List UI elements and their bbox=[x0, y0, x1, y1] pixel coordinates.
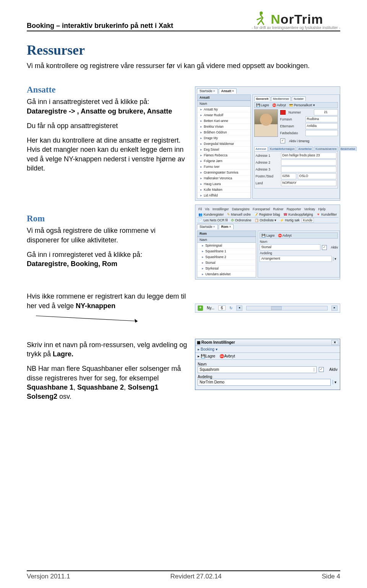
menu-item[interactable]: Fil bbox=[198, 207, 202, 211]
menu-item[interactable]: Hjelp bbox=[318, 207, 325, 211]
tab-startside[interactable]: Startside× bbox=[197, 88, 218, 94]
list-item[interactable]: ▸Folgerø Jørn bbox=[197, 158, 250, 164]
save-button[interactable]: 💾 Lagre bbox=[256, 103, 269, 107]
chevron-right-icon: ▸ bbox=[200, 171, 202, 174]
tab-ansatt[interactable]: Ansatt× bbox=[219, 88, 237, 94]
stop-icon: ⛔ bbox=[272, 103, 276, 107]
list-item[interactable]: ▸Halleraker Veronica bbox=[197, 175, 250, 181]
add-icon[interactable]: + bbox=[198, 305, 203, 311]
menu-item[interactable]: Forespørsel bbox=[253, 207, 270, 211]
address-tab[interactable]: Beskrivelse bbox=[339, 146, 357, 151]
scrollbar[interactable] bbox=[246, 306, 328, 310]
chevron-down-icon[interactable]: ▾ bbox=[333, 380, 338, 384]
column-header-navn[interactable]: Navn bbox=[197, 237, 256, 243]
postnr-field[interactable]: 0256 bbox=[281, 173, 296, 179]
list-item[interactable]: ▸Flønes Rebecca bbox=[197, 153, 250, 158]
aktiv-checkbox[interactable]: ✓ bbox=[280, 138, 285, 143]
list-item[interactable]: ▸Drage My bbox=[197, 135, 250, 141]
nummer-field[interactable]: 21 bbox=[314, 109, 338, 115]
list-item[interactable]: ▸Eeg Sissel bbox=[197, 147, 250, 153]
gear-icon: ⚙ bbox=[231, 218, 234, 222]
etternavn-field[interactable]: Anlidia bbox=[305, 123, 338, 129]
cmd-kundeoppfolging[interactable]: ☎ Kundeoppfølging bbox=[283, 213, 313, 216]
subtab-generelt[interactable]: Generelt bbox=[254, 96, 270, 101]
list-item[interactable]: ▸Formo Iver bbox=[197, 164, 250, 170]
menu-item[interactable]: Rapporter bbox=[287, 207, 301, 211]
save-button[interactable]: 💾 Lagre bbox=[201, 354, 215, 358]
personalkort-button[interactable]: 💳 Personalkort ▾ bbox=[289, 103, 315, 107]
aktiv-checkbox[interactable]: ✓ bbox=[319, 367, 324, 372]
list-item[interactable]: ▸Squashbane 2 bbox=[197, 254, 256, 260]
adresse1-field[interactable]: Den hellige freds plass 23 bbox=[281, 153, 336, 159]
close-icon[interactable]: × bbox=[229, 225, 231, 229]
address-tab[interactable]: Kostnadsbærere bbox=[314, 146, 338, 151]
address-tab[interactable]: Adresse bbox=[254, 146, 268, 151]
tab-rom[interactable]: Rom× bbox=[219, 224, 234, 229]
fornavn-field[interactable]: Rudbina bbox=[305, 116, 338, 122]
cmd-hurtigsok[interactable]: ⚡ Hurtig søk Kunde bbox=[280, 218, 314, 222]
hurtigsok-field[interactable]: Kunde bbox=[302, 218, 314, 223]
list-item[interactable]: ▸Haug Laura bbox=[197, 181, 250, 187]
subtab-notater[interactable]: Notater bbox=[292, 96, 305, 101]
column-header-navn[interactable]: Navn bbox=[197, 101, 250, 107]
avdeling-select[interactable]: Arrangement bbox=[260, 256, 332, 262]
scroll-left-icon[interactable]: ◂ bbox=[236, 305, 242, 311]
aktiv-checkbox[interactable]: ✓ bbox=[322, 245, 327, 250]
list-item[interactable]: ▸Bråthen Oddrun bbox=[197, 130, 250, 135]
cmd-kunderegister[interactable]: 👥 Kunderegister bbox=[198, 213, 224, 216]
chevron-right-icon: ▸ bbox=[200, 176, 202, 180]
save-button[interactable]: 💾 Lagre bbox=[261, 234, 274, 237]
rom-navn-field[interactable]: Storsal bbox=[260, 244, 320, 250]
menu-item[interactable]: Vis bbox=[205, 207, 209, 211]
refresh-icon[interactable]: ↻ bbox=[229, 306, 232, 310]
scroll-right-icon[interactable]: ▸ bbox=[331, 305, 338, 311]
adresse2-field[interactable] bbox=[281, 159, 336, 166]
close-icon[interactable]: × bbox=[232, 89, 234, 93]
list-item[interactable]: ▸Storsal bbox=[197, 260, 256, 266]
address-tab[interactable]: Kontaktinformasjon bbox=[268, 146, 296, 151]
cancel-button[interactable]: ⛔ Avbryt bbox=[278, 234, 292, 237]
rom-navn-field[interactable]: Squashrom| bbox=[198, 366, 317, 373]
cmd-ordreliste[interactable]: 📋 Ordreliste ▾ bbox=[255, 218, 277, 222]
list-item[interactable]: ▸Ansatt Ny bbox=[197, 107, 250, 112]
list-item[interactable]: ▸Utendørs aktivitet bbox=[197, 271, 256, 277]
list-item[interactable]: ▸Spinningsal bbox=[197, 243, 256, 249]
label-aktiv-timereg: Aktiv i timereg bbox=[289, 139, 309, 143]
list-item[interactable]: ▸Styrkesal bbox=[197, 266, 256, 271]
close-icon[interactable]: × bbox=[213, 225, 215, 229]
menu-item[interactable]: Rutiner bbox=[273, 207, 283, 211]
chevron-right-icon: ▸ bbox=[200, 159, 202, 163]
tab-startside[interactable]: Startside× bbox=[197, 224, 218, 229]
list-item[interactable]: ▸Lid Alfhild bbox=[197, 193, 250, 198]
adresse3-field[interactable] bbox=[281, 166, 336, 172]
list-item[interactable]: ▸Kolle Maiken bbox=[197, 187, 250, 193]
menu-item[interactable]: Verktøy bbox=[304, 207, 315, 211]
avdeling-select[interactable]: NorTrim Demo bbox=[198, 379, 331, 386]
cmd-manuell-ordre[interactable]: ✎ Manuell ordre bbox=[227, 213, 251, 216]
cmd-les-nets-ocr[interactable]: 📄 Les Nets OCR fil bbox=[198, 218, 228, 222]
list-item[interactable]: ▸Anwar Rudolf bbox=[197, 112, 250, 118]
close-icon[interactable]: × bbox=[213, 89, 215, 93]
list-item[interactable]: ▸Squashbane 1 bbox=[197, 249, 256, 254]
list-item[interactable]: ▸Brekka Vivian bbox=[197, 124, 250, 130]
menu-item[interactable]: Innstillinger bbox=[213, 207, 229, 211]
address-tab[interactable]: Ansettelse bbox=[297, 146, 313, 151]
cmd-registrer-bilag[interactable]: 📝 Registrer bilag bbox=[254, 213, 280, 216]
list-item[interactable]: ▸Betten Kari-anne bbox=[197, 118, 250, 124]
sted-field[interactable]: OSLO bbox=[298, 173, 336, 179]
close-icon[interactable]: × bbox=[331, 340, 338, 345]
count-badge: 6 bbox=[218, 305, 226, 310]
cmd-ordrerutine[interactable]: ⚙ Ordrerutine bbox=[231, 218, 251, 222]
cancel-button[interactable]: ⛔ Avbryt bbox=[272, 103, 286, 107]
cmd-kundefilter[interactable]: 🔻 Kundefilter bbox=[316, 213, 337, 216]
fodselsdato-field[interactable] bbox=[305, 130, 338, 136]
cancel-button[interactable]: ⛔ Avbryt bbox=[219, 354, 235, 358]
chevron-down-icon[interactable]: ▾ bbox=[333, 257, 338, 261]
ny-button[interactable]: Ny... bbox=[207, 306, 214, 310]
menu-item[interactable]: Dataregistre bbox=[232, 207, 250, 211]
list-item[interactable]: ▸Grønningsæter Sunniva bbox=[197, 170, 250, 175]
list-item[interactable]: ▸Dvergsdal Waldemar bbox=[197, 141, 250, 147]
breadcrumb[interactable]: ▸ Booking ▾ bbox=[195, 346, 340, 353]
land-field[interactable]: NORWAY bbox=[281, 180, 336, 186]
subtab-medlemmer[interactable]: Medlemmer bbox=[271, 96, 291, 101]
